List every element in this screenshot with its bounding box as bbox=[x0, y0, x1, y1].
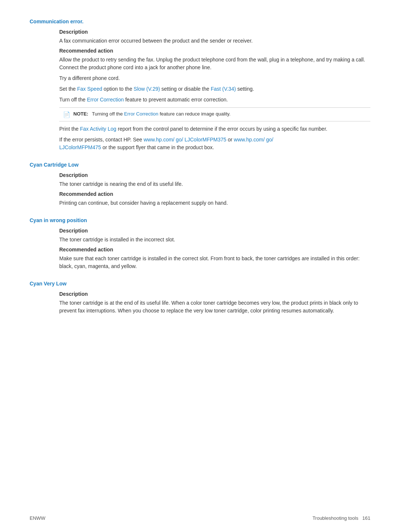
note-text-2: feature can reduce image quality. bbox=[159, 111, 231, 117]
fax-speed-text-3: setting or disable the bbox=[160, 86, 211, 92]
page-footer: ENWW Troubleshooting tools 161 bbox=[30, 515, 370, 521]
fax-activity-text-2: report from the control panel to determi… bbox=[116, 126, 327, 132]
description-text-1: A fax communication error occurred betwe… bbox=[59, 37, 370, 45]
recommended-para-2: Try a different phone cord. bbox=[59, 74, 370, 82]
ec-text-1: Turn off the bbox=[59, 97, 87, 103]
recommended-label-3: Recommended action bbox=[59, 247, 370, 252]
footer-right: Troubleshooting tools 161 bbox=[313, 515, 370, 521]
description-label-4: Description bbox=[59, 291, 370, 297]
cyan-very-low-heading: Cyan Very Low bbox=[30, 281, 370, 287]
cyan-very-low-section: Cyan Very Low Description The toner cart… bbox=[30, 281, 370, 315]
communication-error-body: Description A fax communication error oc… bbox=[59, 29, 370, 151]
fax-speed-text-2: option to the bbox=[102, 86, 134, 92]
fax-activity-link[interactable]: Fax Activity Log bbox=[80, 126, 116, 132]
contact-text-1: If the error persists, contact HP. See bbox=[59, 137, 144, 143]
ec-text-2: feature to prevent automatic error corre… bbox=[124, 97, 228, 103]
description-label-3: Description bbox=[59, 228, 370, 234]
url1-link[interactable]: www.hp.com/ go/ LJColorMFPM375 bbox=[144, 137, 226, 143]
error-correction-line: Turn off the Error Correction feature to… bbox=[59, 96, 370, 104]
cyan-cartridge-low-section: Cyan Cartridge Low Description The toner… bbox=[30, 162, 370, 207]
note-content: NOTE: Turning off the Error Correction f… bbox=[73, 111, 230, 117]
recommended-text-2: Printing can continue, but consider havi… bbox=[59, 199, 370, 207]
fast-link[interactable]: Fast (V.34) bbox=[211, 86, 236, 92]
description-text-3: The toner cartridge is installed in the … bbox=[59, 236, 370, 244]
contact-line: If the error persists, contact HP. See w… bbox=[59, 136, 370, 151]
description-text-4: The toner cartridge is at the end of its… bbox=[59, 299, 370, 315]
fax-speed-text-1: Set the bbox=[59, 86, 77, 92]
note-box: 📄 NOTE: Turning off the Error Correction… bbox=[59, 107, 370, 121]
cyan-cartridge-low-heading: Cyan Cartridge Low bbox=[30, 162, 370, 168]
note-icon: 📄 bbox=[63, 111, 70, 118]
description-label-1: Description bbox=[59, 29, 370, 35]
recommended-label-1: Recommended action bbox=[59, 48, 370, 54]
note-text-1: Turning off the bbox=[92, 111, 124, 117]
footer-left: ENWW bbox=[30, 515, 46, 521]
note-label: NOTE: bbox=[73, 111, 88, 117]
slow-link[interactable]: Slow (V.29) bbox=[134, 86, 160, 92]
cyan-wrong-position-body: Description The toner cartridge is insta… bbox=[59, 228, 370, 270]
note-error-link[interactable]: Error Correction bbox=[124, 111, 158, 117]
contact-text-3: or the support flyer that came in the pr… bbox=[101, 144, 214, 150]
fax-activity-text-1: Print the bbox=[59, 126, 80, 132]
fax-activity-line: Print the Fax Activity Log report from t… bbox=[59, 125, 370, 133]
note-text: Turning off the Error Correction feature… bbox=[92, 111, 230, 117]
fax-speed-line: Set the Fax Speed option to the Slow (V.… bbox=[59, 85, 370, 93]
cyan-very-low-body: Description The toner cartridge is at th… bbox=[59, 291, 370, 315]
description-label-2: Description bbox=[59, 172, 370, 178]
error-correction-link-1[interactable]: Error Correction bbox=[87, 97, 124, 103]
communication-error-heading: Communication error. bbox=[30, 19, 370, 24]
recommended-para-1: Allow the product to retry sending the f… bbox=[59, 56, 370, 71]
recommended-label-2: Recommended action bbox=[59, 191, 370, 197]
cyan-wrong-position-heading: Cyan in wrong position bbox=[30, 217, 370, 223]
description-text-2: The toner cartridge is nearing the end o… bbox=[59, 180, 370, 188]
contact-text-2: or bbox=[226, 137, 234, 143]
recommended-text-3: Make sure that each toner cartridge is i… bbox=[59, 255, 370, 270]
cyan-wrong-position-section: Cyan in wrong position Description The t… bbox=[30, 217, 370, 270]
communication-error-section: Communication error. Description A fax c… bbox=[30, 19, 370, 151]
cyan-cartridge-low-body: Description The toner cartridge is neari… bbox=[59, 172, 370, 207]
fax-speed-link[interactable]: Fax Speed bbox=[77, 86, 102, 92]
fax-speed-text-4: setting. bbox=[236, 86, 254, 92]
